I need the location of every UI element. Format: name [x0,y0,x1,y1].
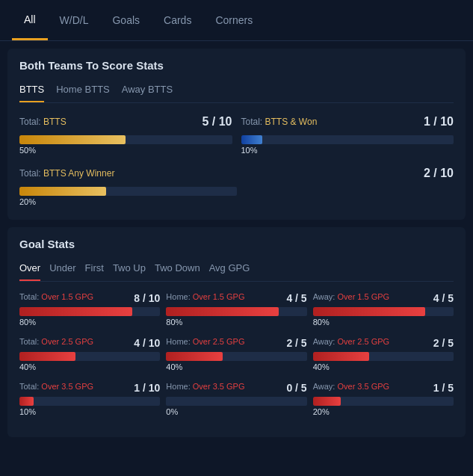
nav-item-goals[interactable]: Goals [100,0,152,40]
gs-bar-fill-t3 [19,397,34,406]
btts-any-bar-container [19,187,237,196]
gs-bar-fill-t2 [19,352,75,361]
btts-any-pct: 20% [19,197,454,206]
gs-bar-t1 [19,307,160,316]
btts-any-bar [19,187,106,196]
goal-tab-first[interactable]: First [85,259,104,281]
btts-total-col: Total: BTTS 5 / 10 50% [19,115,232,155]
nav-item-cards[interactable]: Cards [152,0,203,40]
gs-bar-a2 [313,352,454,361]
gs-label-h2: Home: Over 2.5 GPG [166,337,244,349]
goal-home-2: Home: Over 2.5 GPG 2 / 5 40% [166,337,306,371]
gs-bar-fill-a2 [313,352,369,361]
btts-total-header: Total: BTTS 5 / 10 [19,115,232,132]
btts-tab-btts[interactable]: BTTS [19,81,44,102]
btts-total-bar [19,135,126,144]
gs-pct-t3: 10% [19,407,160,416]
btts-won-header: Total: BTTS & Won 1 / 10 [241,115,454,132]
btts-total-label: Total: BTTS [19,117,67,127]
gs-header-a2: Away: Over 2.5 GPG 2 / 5 [313,337,454,349]
gs-pct-a3: 20% [313,407,454,416]
gs-bar-a3 [313,397,454,406]
goal-row-2: Total: Over 2.5 GPG 4 / 10 40% Home: Ove… [19,337,454,371]
gs-bar-h2 [166,352,306,361]
nav-item-all[interactable]: All [12,0,48,40]
btts-total-bar-container [19,135,232,144]
gs-header-t2: Total: Over 2.5 GPG 4 / 10 [19,337,160,349]
goal-tab-twodown[interactable]: Two Down [155,259,200,281]
gs-label-t1: Total: Over 1.5 GPG [19,292,93,304]
gs-value-h3: 0 / 5 [286,382,306,394]
nav-item-corners[interactable]: Corners [203,0,265,40]
gs-value-t2: 4 / 10 [134,337,160,349]
gs-bar-fill-a3 [313,397,341,406]
gs-pct-a2: 40% [313,362,454,371]
goal-total-1: Total: Over 1.5 GPG 8 / 10 80% [19,292,160,327]
gs-label-h1: Home: Over 1.5 GPG [166,292,244,304]
gs-header-h2: Home: Over 2.5 GPG 2 / 5 [166,337,306,349]
goal-away-1: Away: Over 1.5 GPG 4 / 5 80% [313,292,454,327]
gs-value-a2: 2 / 5 [433,337,454,349]
nav-item-wdl[interactable]: W/D/L [48,0,101,40]
gs-value-h1: 4 / 5 [286,292,306,304]
goal-row-1: Total: Over 1.5 GPG 8 / 10 80% Home: Ove… [19,292,454,327]
gs-header-a1: Away: Over 1.5 GPG 4 / 5 [313,292,454,304]
goal-tab-avggpg[interactable]: Avg GPG [209,259,250,281]
btts-section: Both Teams To Score Stats BTTS Home BTTS… [7,49,466,220]
goal-row-3: Total: Over 3.5 GPG 1 / 10 10% Home: Ove… [19,382,454,416]
goal-total-2: Total: Over 2.5 GPG 4 / 10 40% [19,337,160,371]
btts-total-value: 5 / 10 [202,115,232,129]
goal-tab-over[interactable]: Over [19,259,40,281]
gs-label-t2: Total: Over 2.5 GPG [19,337,93,349]
goal-total-3: Total: Over 3.5 GPG 1 / 10 10% [19,382,160,416]
gs-bar-t3 [19,397,160,406]
btts-total-pct: 50% [19,146,232,155]
btts-won-bar-container [241,135,454,144]
gs-pct-h3: 0% [166,407,306,416]
gs-label-a2: Away: Over 2.5 GPG [313,337,390,349]
btts-any-header: Total: BTTS Any Winner 2 / 10 [19,167,454,183]
goal-section: Goal Stats Over Under First Two Up Two D… [7,227,466,437]
goal-tab-twoup[interactable]: Two Up [113,259,146,281]
gs-value-t3: 1 / 10 [134,382,160,394]
goal-home-3: Home: Over 3.5 GPG 0 / 5 0% [166,382,306,416]
btts-tab-away[interactable]: Away BTTS [122,81,173,102]
btts-won-pct: 10% [241,146,454,155]
goal-home-1: Home: Over 1.5 GPG 4 / 5 80% [166,292,306,327]
gs-pct-h1: 80% [166,318,306,327]
btts-sub-tabs: BTTS Home BTTS Away BTTS [19,81,454,103]
gs-label-h3: Home: Over 3.5 GPG [166,382,244,394]
gs-label-a3: Away: Over 3.5 GPG [313,382,390,394]
btts-won-bar [241,135,262,144]
gs-pct-t2: 40% [19,362,160,371]
btts-won-label: Total: BTTS & Won [241,117,318,127]
gs-pct-h2: 40% [166,362,306,371]
goal-away-2: Away: Over 2.5 GPG 2 / 5 40% [313,337,454,371]
gs-bar-fill-h1 [166,307,279,316]
btts-won-value: 1 / 10 [424,115,454,129]
gs-bar-h1 [166,307,306,316]
gs-value-t1: 8 / 10 [134,292,160,304]
gs-header-h1: Home: Over 1.5 GPG 4 / 5 [166,292,306,304]
gs-header-h3: Home: Over 3.5 GPG 0 / 5 [166,382,306,394]
gs-pct-t1: 80% [19,318,160,327]
gs-value-a1: 4 / 5 [433,292,454,304]
gs-label-a1: Away: Over 1.5 GPG [313,292,390,304]
gs-label-t3: Total: Over 3.5 GPG [19,382,93,394]
gs-value-h2: 2 / 5 [286,337,306,349]
btts-any-value: 2 / 10 [424,167,454,180]
goal-tab-under[interactable]: Under [49,259,75,281]
gs-bar-a1 [313,307,454,316]
gs-value-a3: 1 / 5 [433,382,454,394]
top-nav: All W/D/L Goals Cards Corners [0,0,473,41]
gs-bar-h3 [166,397,306,406]
gs-header-t1: Total: Over 1.5 GPG 8 / 10 [19,292,160,304]
gs-pct-a1: 80% [313,318,454,327]
btts-tab-home[interactable]: Home BTTS [56,81,110,102]
gs-bar-fill-h2 [166,352,222,361]
goal-title: Goal Stats [19,238,454,250]
gs-bar-fill-a1 [313,307,426,316]
goal-away-3: Away: Over 3.5 GPG 1 / 5 20% [313,382,454,416]
gs-header-t3: Total: Over 3.5 GPG 1 / 10 [19,382,160,394]
btts-won-col: Total: BTTS & Won 1 / 10 10% [241,115,454,155]
